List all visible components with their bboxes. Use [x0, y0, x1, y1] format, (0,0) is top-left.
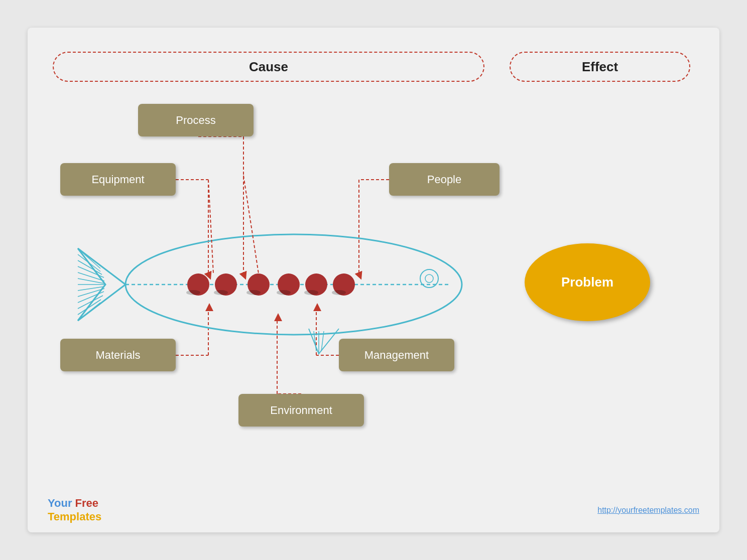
problem-ellipse[interactable]: Problem [525, 243, 650, 321]
svg-point-41 [304, 290, 318, 295]
header-cause-box: Cause [53, 52, 484, 82]
footer: Your Free Templates http://yourfreetempl… [28, 497, 719, 523]
svg-point-42 [333, 273, 355, 296]
category-environment[interactable]: Environment [238, 394, 364, 427]
svg-line-20 [78, 287, 104, 291]
cause-label: Cause [249, 59, 288, 75]
svg-point-37 [246, 290, 261, 295]
svg-line-31 [321, 331, 324, 351]
category-people[interactable]: People [389, 163, 500, 196]
svg-point-28 [425, 274, 433, 283]
svg-point-12 [126, 234, 462, 335]
svg-point-35 [214, 290, 228, 295]
footer-link[interactable]: http://yourfreetemplates.com [597, 506, 699, 515]
svg-line-25 [78, 303, 100, 321]
category-management[interactable]: Management [339, 339, 454, 371]
svg-point-43 [332, 290, 346, 295]
category-equipment[interactable]: Equipment [60, 163, 176, 196]
svg-line-18 [78, 278, 104, 284]
svg-point-36 [247, 273, 270, 296]
logo-your: Your [48, 497, 72, 509]
svg-point-40 [305, 273, 327, 296]
svg-point-33 [186, 290, 200, 295]
category-materials[interactable]: Materials [60, 339, 176, 371]
slide: Cause Effect [28, 28, 719, 532]
svg-point-38 [278, 273, 300, 296]
logo-templates: Templates [48, 510, 101, 523]
logo-free: Free [75, 497, 98, 509]
svg-line-14 [78, 254, 100, 271]
svg-point-39 [277, 290, 291, 295]
category-process[interactable]: Process [138, 104, 254, 136]
svg-line-13 [78, 248, 100, 268]
effect-label: Effect [582, 59, 618, 75]
svg-line-29 [314, 331, 316, 351]
svg-point-27 [420, 269, 438, 288]
svg-line-22 [78, 292, 104, 303]
header-effect-box: Effect [510, 52, 690, 82]
svg-line-44 [243, 176, 259, 273]
svg-line-21 [78, 289, 104, 297]
logo: Your Free Templates [48, 497, 101, 523]
svg-line-15 [78, 260, 102, 274]
svg-line-17 [78, 272, 104, 281]
svg-line-24 [78, 300, 101, 315]
svg-point-32 [187, 273, 209, 296]
svg-line-16 [78, 266, 104, 277]
svg-line-23 [78, 296, 103, 309]
svg-point-34 [215, 273, 237, 296]
svg-line-45 [208, 180, 213, 273]
